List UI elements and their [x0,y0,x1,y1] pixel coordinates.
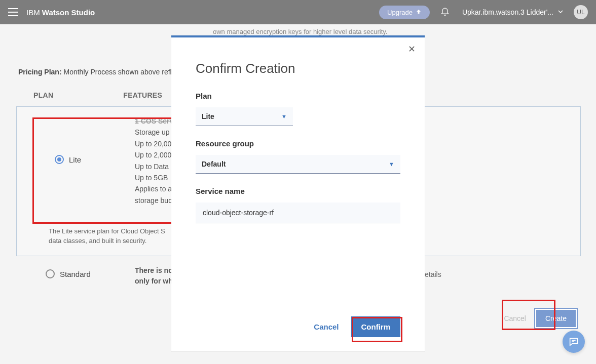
pricing-plan-row: Pricing Plan: Monthly Process shown abov… [18,68,175,76]
plan-radio-lite[interactable]: Lite [55,155,81,164]
standard-plan-description: There is no only for wh [135,265,173,287]
feature-line: Applies to a [135,183,173,194]
chevron-down-icon: ▼ [389,161,394,167]
radio-selected-icon [55,155,64,164]
upgrade-label: Upgrade [387,9,413,16]
brand-name: Watson Studio [42,8,95,17]
brand: IBM Watson Studio [26,8,95,17]
top-header: IBM Watson Studio Upgrade Upkar.ibm.wats… [0,0,596,24]
feature-line: Up to Data [135,161,173,172]
feature-line: Storage up [135,127,173,138]
dialog-confirm-button[interactable]: Confirm [351,316,401,337]
feature-line: 1 COS Serv [135,115,173,127]
plan-table-header: PLAN FEATURES [33,91,162,99]
feature-line: Up to 20,00 [135,138,173,149]
page-actions: Cancel Create [504,309,577,328]
desc-line: data classes, and built in security. [49,236,165,246]
close-icon[interactable]: ✕ [408,44,416,55]
feature-line: Up to 2,000 [135,149,173,160]
plan-radio-standard[interactable]: Standard [46,269,91,278]
page-cancel-button[interactable]: Cancel [504,314,526,322]
avatar-initials: UL [577,9,584,16]
details-fragment: etails [425,270,441,278]
dialog-title: Confirm Creation [196,61,400,76]
avatar[interactable]: UL [574,5,588,19]
confirm-creation-dialog: ✕ Confirm Creation Plan Lite ▼ Resource … [171,35,425,351]
chat-fab[interactable] [563,331,585,353]
radio-unselected-icon [46,269,55,278]
plan-field-label: Plan [196,92,400,100]
desc-line: only for wh [135,276,173,287]
pricing-text: Monthly Process shown above refle [63,68,175,76]
user-menu[interactable]: Upkar.ibm.watson.3 Lidder'... UL [462,5,588,19]
resource-group-value: Default [202,160,226,168]
resource-group-select[interactable]: Default ▼ [196,155,400,174]
pricing-label: Pricing Plan: [18,68,62,76]
plan-select-value: Lite [202,112,214,120]
notifications-icon[interactable] [440,6,450,18]
chevron-down-icon [557,8,564,16]
desc-line: The Lite service plan for Cloud Object S [49,227,165,236]
service-name-label: Service name [196,187,400,195]
desc-line: There is no [135,265,173,276]
upload-icon [416,9,422,16]
chevron-down-icon: ▼ [281,113,287,119]
radio-standard-label: Standard [60,270,91,278]
menu-icon[interactable] [8,7,18,17]
upgrade-button[interactable]: Upgrade [379,6,430,19]
feature-line: Up to 5GB [135,172,173,183]
col-features: FEATURES [123,91,162,99]
brand-prefix: IBM [26,8,40,17]
user-label: Upkar.ibm.watson.3 Lidder'... [462,8,553,16]
resource-group-label: Resource group [196,139,400,148]
lite-features-list: 1 COS Serv Storage up Up to 20,00 Up to … [135,115,173,206]
lite-plan-description: The Lite service plan for Cloud Object S… [49,227,165,246]
feature-line: storage buc [135,195,173,206]
col-plan: PLAN [33,91,53,99]
radio-lite-label: Lite [69,155,81,164]
feature-blurb: own managed encryption keys for higher l… [213,24,581,36]
service-name-input[interactable] [196,203,400,223]
plan-select[interactable]: Lite ▼ [196,107,293,126]
dialog-cancel-button[interactable]: Cancel [314,322,339,331]
page-create-button[interactable]: Create [535,309,577,328]
